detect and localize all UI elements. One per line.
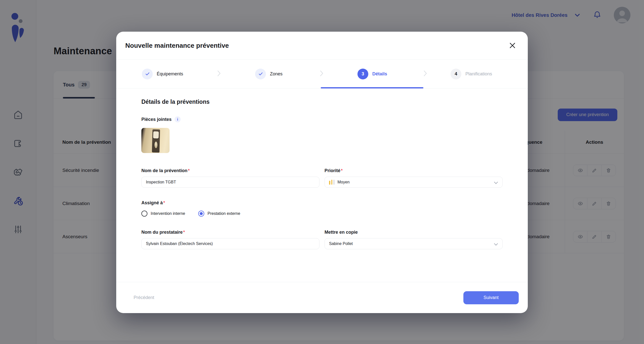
copy-to-value: Sabine Pollet [329, 241, 353, 246]
previous-button[interactable]: Précédent [134, 295, 154, 300]
assigned-options: Intervention interne Prestation externe [141, 211, 503, 217]
copy-to-label: Mettre en copie [325, 230, 503, 235]
check-icon [258, 71, 263, 76]
next-button[interactable]: Suivant [463, 291, 519, 304]
radio-label: Prestation externe [208, 211, 240, 216]
step-details[interactable]: 3 Détails [357, 60, 387, 88]
priority-medium-icon [329, 180, 335, 185]
chevron-down-icon [494, 180, 498, 184]
step-label: Zones [270, 71, 283, 77]
info-icon[interactable]: i [175, 116, 181, 122]
assigned-block: Assigné à* Intervention interne Prestati… [141, 200, 503, 217]
thumbnail-detail [154, 141, 158, 149]
step-separator [319, 70, 324, 78]
radio-circle [141, 211, 147, 217]
active-step-indicator [321, 87, 423, 88]
step-done-circle [142, 69, 153, 79]
priority-label: Priorité* [325, 168, 503, 173]
step-done-circle [255, 69, 266, 79]
step-label: Planifications [465, 71, 492, 77]
check-icon [145, 71, 150, 76]
provider-name-label: Nom du prestataire* [141, 230, 319, 235]
app-root: Hôtel des Rives Dorées Maintenance Tous … [0, 0, 644, 344]
radio-circle-selected [198, 211, 204, 217]
step-separator [217, 70, 221, 78]
thumbnail-detail [153, 131, 159, 139]
attachments-row: Pièces jointes i [141, 116, 503, 122]
radio-intervention-interne[interactable]: Intervention interne [141, 211, 185, 217]
step-number-circle: 4 [451, 69, 461, 79]
modal-content: Détails de la préventions Pièces jointes… [116, 88, 528, 282]
required-marker: * [188, 168, 190, 173]
step-planifications[interactable]: 4 Planifications [451, 60, 492, 88]
modal-title: Nouvelle maintenance préventive [125, 42, 229, 50]
chevron-right-icon [319, 70, 324, 77]
assigned-label: Assigné à* [141, 200, 503, 206]
wizard-stepper: Équipements Zones 3 Détails [116, 60, 528, 88]
prevention-name-label: Nom de la prévention* [141, 168, 319, 173]
attachment-thumbnail[interactable] [141, 128, 170, 153]
chevron-down-icon [494, 242, 498, 246]
close-icon [508, 41, 517, 50]
form-row-1: Nom de la prévention* Priorité* Moyen [141, 168, 503, 188]
attachments-label: Pièces jointes [141, 117, 172, 122]
step-label: Équipements [157, 71, 183, 77]
close-button[interactable] [508, 41, 517, 50]
copy-to-select[interactable]: Sabine Pollet [325, 238, 503, 249]
step-separator [423, 70, 428, 78]
step-zones[interactable]: Zones [255, 60, 283, 88]
required-marker: * [163, 200, 165, 205]
required-marker: * [341, 168, 343, 173]
chevron-right-icon [423, 70, 428, 77]
radio-label: Intervention interne [151, 211, 185, 216]
radio-prestation-externe[interactable]: Prestation externe [198, 211, 240, 217]
chevron-right-icon [217, 70, 221, 77]
provider-name-input[interactable] [141, 238, 319, 249]
modal-footer: Précédent Suivant [116, 282, 528, 313]
step-label: Détails [372, 71, 387, 77]
new-prevention-modal: Nouvelle maintenance préventive Équipeme… [116, 32, 528, 313]
step-equipements[interactable]: Équipements [142, 60, 183, 88]
form-row-2: Nom du prestataire* Mettre en copie Sabi… [141, 230, 503, 249]
priority-value: Moyen [338, 180, 350, 184]
step-number-circle: 3 [357, 69, 368, 79]
modal-header: Nouvelle maintenance préventive [116, 32, 528, 60]
prevention-name-input[interactable] [141, 177, 319, 188]
priority-select[interactable]: Moyen [325, 177, 503, 188]
required-marker: * [183, 230, 185, 235]
section-title: Détails de la préventions [141, 99, 503, 105]
